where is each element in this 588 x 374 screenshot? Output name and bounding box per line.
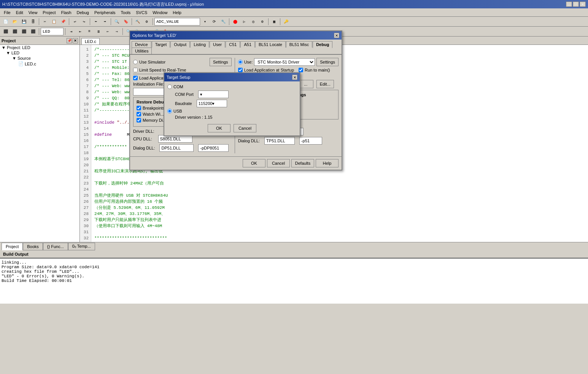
tab-func[interactable]: {} Func...	[43, 243, 68, 250]
grid-button[interactable]: ▦	[270, 18, 278, 25]
panel-pin-button[interactable]: 📌	[67, 38, 72, 43]
stop-button[interactable]: ⬤	[231, 18, 239, 25]
com-radio[interactable]	[167, 84, 172, 89]
tool1-button[interactable]: 🔧	[219, 18, 227, 25]
tb2-btn2[interactable]: ⬛	[11, 28, 19, 35]
dialog-dll-right-input[interactable]	[264, 137, 295, 145]
tab-device[interactable]: Device	[132, 41, 151, 48]
redo-button[interactable]: ↪	[80, 18, 88, 25]
options-defaults-button[interactable]: Defaults	[291, 159, 314, 167]
menu-peripherals[interactable]: Peripherals	[92, 10, 118, 16]
step-button[interactable]: ◎	[249, 18, 257, 25]
tab-target[interactable]: Target	[152, 41, 170, 48]
tree-item-source[interactable]: ▼ Source	[0, 56, 79, 61]
tb2-btn1[interactable]: ⬛	[2, 28, 10, 35]
menu-debug[interactable]: Debug	[75, 10, 91, 16]
indent-btn[interactable]: ⇥	[67, 28, 75, 35]
paste-button[interactable]: 📌	[59, 18, 67, 25]
bookmark-button[interactable]: 🔖	[122, 18, 130, 25]
build-button[interactable]: 🔨	[133, 18, 142, 25]
use-driver-radio[interactable]	[238, 60, 243, 64]
menu-tools[interactable]: Tools	[119, 10, 133, 16]
tree-item-led[interactable]: ▼ LED	[0, 50, 79, 56]
breakpoints-left-check[interactable]	[137, 106, 141, 110]
tab-books[interactable]: Books	[23, 243, 43, 250]
menu-svcs[interactable]: SVCS	[133, 10, 149, 16]
open-button[interactable]: 📂	[11, 18, 19, 25]
format-btn4[interactable]: ⇒	[113, 28, 121, 35]
format-btn2[interactable]: ≣	[94, 28, 103, 35]
target-selector[interactable]: ADC_VALUE	[154, 18, 200, 25]
load-app-left-check[interactable]	[133, 76, 138, 80]
tree-item-ledc[interactable]: 📄 LED.c	[0, 61, 79, 67]
target-close-button[interactable]: ✕	[292, 75, 297, 80]
copy-button[interactable]: 📋	[50, 18, 58, 25]
format-btn3[interactable]: ⇐	[103, 28, 112, 35]
outdent-btn[interactable]: ⇤	[76, 28, 84, 35]
memory-display-left-check[interactable]	[137, 118, 141, 123]
target-cancel-button[interactable]: Cancel	[234, 124, 256, 132]
driver-select[interactable]: STC Monitor-51 Driver	[254, 58, 315, 66]
nav-back-button[interactable]: ⬅	[92, 18, 100, 25]
menu-help[interactable]: Help	[170, 10, 184, 16]
undo-button[interactable]: ↩	[71, 18, 79, 25]
dialog-dll-left-param[interactable]	[198, 144, 229, 152]
use-simulator-radio[interactable]	[133, 60, 138, 64]
nav-forward-button[interactable]: ➡	[101, 18, 109, 25]
options-ok-button[interactable]: OK	[243, 159, 265, 167]
tab-debug[interactable]: Debug	[313, 41, 332, 48]
menu-view[interactable]: View	[26, 10, 40, 16]
close-button[interactable]: ✕	[580, 2, 586, 7]
options-cancel-button[interactable]: Cancel	[267, 159, 290, 167]
usb-radio[interactable]	[167, 109, 172, 113]
minimize-button[interactable]: _	[566, 2, 572, 7]
menu-flash[interactable]: Flash	[59, 10, 74, 16]
dialog-dll-right-param[interactable]	[299, 137, 322, 145]
watch-windows-left-check[interactable]	[137, 112, 141, 116]
options-button[interactable]: ⚙	[258, 18, 267, 25]
tab-bl51-misc[interactable]: BL51 Misc	[286, 41, 312, 48]
com-port-select[interactable]: ▾	[198, 91, 229, 98]
tab-listing[interactable]: Listing	[190, 41, 209, 48]
format-btn1[interactable]: ≡	[85, 28, 94, 35]
dialog-dll-left-input[interactable]	[159, 144, 194, 152]
edit-button[interactable]: Edit...	[316, 80, 334, 88]
tree-item-project[interactable]: ▼ Project: LED	[0, 45, 79, 50]
options-close-button[interactable]: ✕	[334, 33, 339, 38]
scan-button[interactable]: ⟳	[210, 18, 218, 25]
load-app-right-check[interactable]	[238, 68, 243, 72]
cpu-dll-input[interactable]	[158, 135, 192, 143]
settings-left-button[interactable]: Settings	[210, 58, 232, 66]
tab-temp[interactable]: 0₀ Temp...	[68, 243, 95, 250]
menu-project[interactable]: Project	[40, 10, 58, 16]
search-button[interactable]: 🔍	[113, 18, 121, 25]
limit-speed-check[interactable]	[133, 68, 138, 72]
run-button[interactable]: ▷	[240, 18, 248, 25]
save-button[interactable]: 💾	[20, 18, 28, 25]
settings-right-button[interactable]: Settings	[316, 58, 338, 66]
maximize-button[interactable]: □	[573, 2, 579, 7]
options-help-button[interactable]: Help	[316, 159, 338, 167]
tb2-btn4[interactable]: ⬛	[29, 28, 37, 35]
tab-project[interactable]: Project	[2, 243, 23, 250]
tab-a51[interactable]: A51	[240, 41, 255, 48]
new-file-button[interactable]: 📄	[2, 18, 10, 25]
panel-close-button[interactable]: ✕	[73, 38, 78, 43]
tab-ledc[interactable]: LED.c	[81, 38, 100, 45]
tb2-btn3[interactable]: ⬛	[20, 28, 28, 35]
menu-file[interactable]: File	[2, 10, 13, 16]
baudrate-select[interactable]: 115200▾	[197, 100, 227, 107]
tab-bl51-locate[interactable]: BL51 Locate	[255, 41, 286, 48]
target-ok-button[interactable]: OK	[208, 124, 230, 132]
tab-utilities[interactable]: Utilities	[132, 48, 152, 54]
cut-button[interactable]: ✂	[41, 18, 49, 25]
tab-user[interactable]: User	[210, 41, 225, 48]
tab-output[interactable]: Output	[170, 41, 190, 48]
rebuild-button[interactable]: ⚙	[143, 18, 151, 25]
settings-button[interactable]: 🔑	[282, 18, 290, 25]
dropdown-arrow-button[interactable]: ▾	[201, 18, 209, 25]
menu-window[interactable]: Window	[150, 10, 170, 16]
build-target-selector[interactable]: LED	[41, 28, 64, 35]
menu-edit[interactable]: Edit	[14, 10, 25, 16]
save-all-button[interactable]: 🗄	[29, 18, 37, 25]
